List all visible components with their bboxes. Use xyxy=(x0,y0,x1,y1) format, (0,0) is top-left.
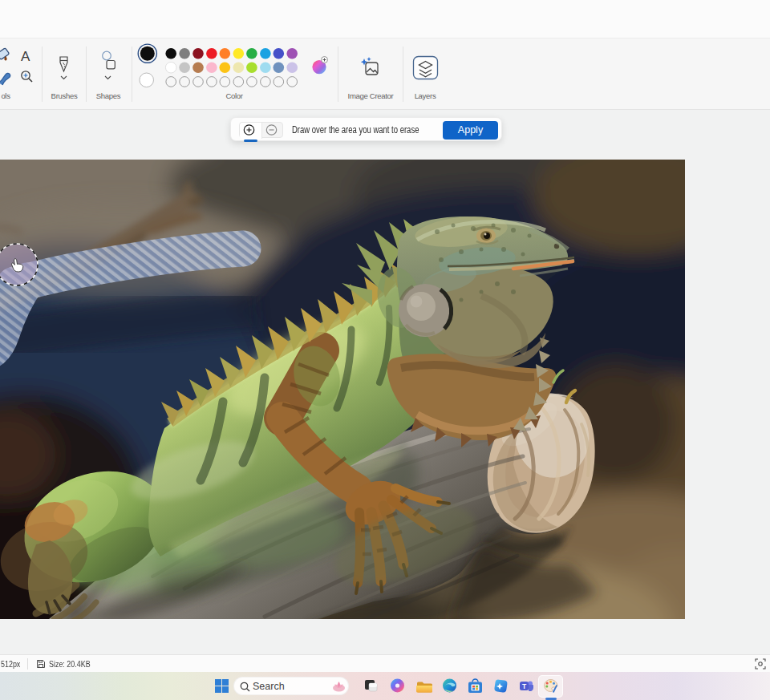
svg-text:A: A xyxy=(21,49,30,64)
svg-text:T: T xyxy=(522,682,527,690)
